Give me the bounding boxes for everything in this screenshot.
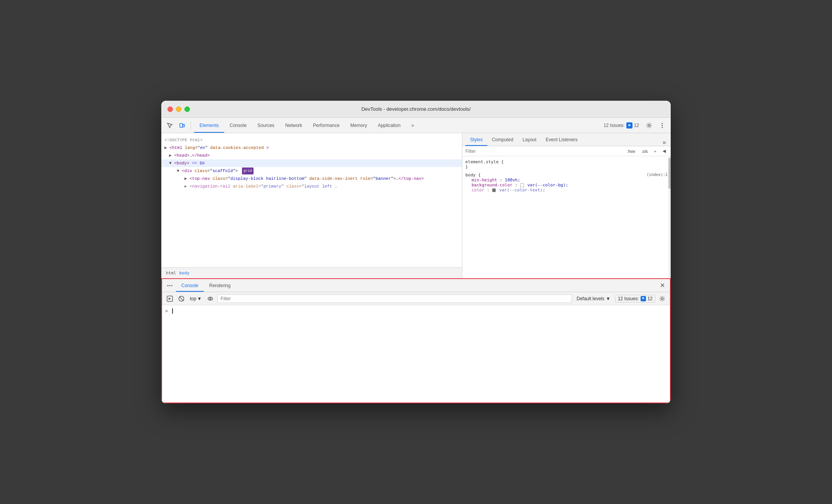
bottom-drawer-container: Console Rendering ✕ <box>161 278 671 403</box>
dom-line-doctype[interactable]: <!DOCTYPE html> <box>161 136 462 144</box>
drawer-tab-console[interactable]: Console <box>176 280 204 292</box>
maximize-button[interactable] <box>184 107 190 112</box>
drawer-more-button[interactable] <box>165 281 174 290</box>
tab-network[interactable]: Network <box>280 119 308 133</box>
filter-actions: :hov .cls + ◀ <box>625 148 668 154</box>
tab-sources[interactable]: Sources <box>252 119 280 133</box>
styles-tab-styles[interactable]: Styles <box>465 134 487 146</box>
console-issues-button[interactable]: 12 Issues: ⚑ 12 <box>615 295 655 303</box>
body-selector: body { <box>465 173 481 178</box>
toggle-sidebar-button[interactable]: ◀ <box>661 148 668 154</box>
styles-filter-bar: :hov .cls + ◀ <box>462 146 671 156</box>
styles-tabs: Styles Computed Layout Event Listeners » <box>462 133 671 146</box>
inspect-element-button[interactable] <box>164 120 175 131</box>
styles-tab-event-listeners[interactable]: Event Listeners <box>541 134 582 146</box>
svg-text:⚑: ⚑ <box>628 124 631 127</box>
svg-point-14 <box>208 297 213 300</box>
dom-line-navmenu[interactable]: ▶ <navigation-rail aria-label="primary" … <box>161 183 462 190</box>
devtools-tabs: Elements Console Sources Network Perform… <box>194 118 600 133</box>
issues-button[interactable]: 12 Issues: ⚑ 12 <box>601 122 641 129</box>
style-rule-element: element.style { } <box>462 158 671 171</box>
console-execute-button[interactable] <box>165 294 174 303</box>
svg-point-8 <box>167 285 169 286</box>
style-rule-body: body { (index):1 min-height : 100vh; bac… <box>462 171 671 196</box>
console-live-expressions-button[interactable] <box>206 294 215 303</box>
drawer-tab-rendering[interactable]: Rendering <box>204 280 236 292</box>
svg-point-16 <box>661 298 663 299</box>
svg-point-10 <box>171 285 172 286</box>
console-levels-dropdown[interactable]: Default levels ▼ <box>574 295 613 302</box>
toolbar-right: 12 Issues: ⚑ 12 <box>601 120 668 131</box>
console-issues-badge: ⚑ <box>641 296 646 301</box>
console-context-selector[interactable]: top ▼ <box>188 295 203 302</box>
svg-line-13 <box>179 296 184 301</box>
styles-panel: Styles Computed Layout Event Listeners »… <box>462 133 671 278</box>
tab-performance[interactable]: Performance <box>308 119 345 133</box>
window-title: DevTools - developer.chrome.com/docs/dev… <box>361 106 470 112</box>
tab-elements[interactable]: Elements <box>194 119 224 133</box>
bg-color-swatch <box>520 183 524 187</box>
svg-point-6 <box>662 125 663 126</box>
dom-line-html[interactable]: ▶ <html lang="en" data-cookies-accepted … <box>161 144 462 152</box>
styles-filter-input[interactable] <box>465 149 622 154</box>
style-property-bg-color: background-color : var(--color-bg); <box>465 183 668 188</box>
dom-tree[interactable]: <!DOCTYPE html> ▶ <html lang="en" data-c… <box>161 133 462 267</box>
dom-line-body[interactable]: ▼ <body> == $0 <box>161 159 462 167</box>
dom-line-head[interactable]: ▶ <head>…</head> <box>161 152 462 159</box>
settings-button[interactable] <box>644 120 654 131</box>
dom-line-topnav[interactable]: ▶ <top-nav class="display-block hairline… <box>161 175 462 183</box>
title-bar: DevTools - developer.chrome.com/docs/dev… <box>161 101 671 118</box>
console-content[interactable]: > <box>162 305 670 403</box>
svg-rect-1 <box>183 124 184 127</box>
add-style-button[interactable]: + <box>652 148 658 154</box>
console-settings-button[interactable] <box>658 294 667 303</box>
style-property-min-height: min-height : 100vh; <box>465 178 668 183</box>
device-toolbar-button[interactable] <box>177 120 188 131</box>
issues-label: 12 Issues: <box>604 123 625 128</box>
tab-memory[interactable]: Memory <box>345 119 372 133</box>
styles-tab-more[interactable]: » <box>661 139 668 146</box>
close-button[interactable] <box>167 107 173 112</box>
style-property-color: color : var(--color-text); <box>465 188 668 194</box>
styles-tab-layout[interactable]: Layout <box>518 134 541 146</box>
console-toolbar: top ▼ Default levels <box>162 292 670 305</box>
console-input <box>169 308 173 314</box>
styles-content[interactable]: element.style { } body { (index):1 <box>462 156 671 278</box>
devtools-toolbar: Elements Console Sources Network Perform… <box>161 118 671 133</box>
console-clear-button[interactable] <box>177 294 186 303</box>
drawer-tabs: Console Rendering <box>176 279 656 292</box>
more-options-button[interactable] <box>657 120 668 131</box>
console-levels-label: Default levels <box>577 296 604 301</box>
color-swatch <box>492 188 496 192</box>
console-issues-count: 12 <box>648 296 653 301</box>
style-source: (index):1 <box>647 173 668 177</box>
svg-rect-0 <box>180 123 183 127</box>
svg-point-5 <box>662 123 663 124</box>
minimize-button[interactable] <box>176 107 181 112</box>
tab-console[interactable]: Console <box>224 119 252 133</box>
styles-tab-computed[interactable]: Computed <box>487 134 518 146</box>
breadcrumb-bar: html body <box>161 267 462 278</box>
devtools-content: <!DOCTYPE html> ▶ <html lang="en" data-c… <box>161 133 671 278</box>
console-chevron: > <box>165 308 168 314</box>
console-filter-input[interactable] <box>217 294 572 303</box>
issues-badge-icon: ⚑ <box>626 122 632 129</box>
tab-more[interactable]: » <box>406 119 419 133</box>
console-levels-arrow: ▼ <box>606 296 610 301</box>
hov-button[interactable]: :hov <box>625 148 637 154</box>
tab-application[interactable]: Application <box>372 119 406 133</box>
dom-line-scaffold[interactable]: ▼ <div class="scaffold"> grid <box>161 167 462 175</box>
drawer-toolbar: Console Rendering ✕ <box>162 279 670 292</box>
traffic-lights <box>167 107 190 112</box>
devtools-window: Elements Console Sources Network Perform… <box>161 118 671 403</box>
console-prompt: > <box>165 308 667 314</box>
svg-point-7 <box>662 127 663 128</box>
issues-count: 12 <box>634 123 639 128</box>
console-issues-label: 12 Issues: <box>618 296 639 301</box>
svg-point-9 <box>169 285 171 286</box>
breadcrumb-body[interactable]: body <box>178 270 191 276</box>
bottom-drawer: Console Rendering ✕ <box>162 279 670 403</box>
drawer-close-button[interactable]: ✕ <box>658 281 667 290</box>
cls-button[interactable]: .cls <box>639 148 650 154</box>
breadcrumb-html[interactable]: html <box>164 270 178 276</box>
